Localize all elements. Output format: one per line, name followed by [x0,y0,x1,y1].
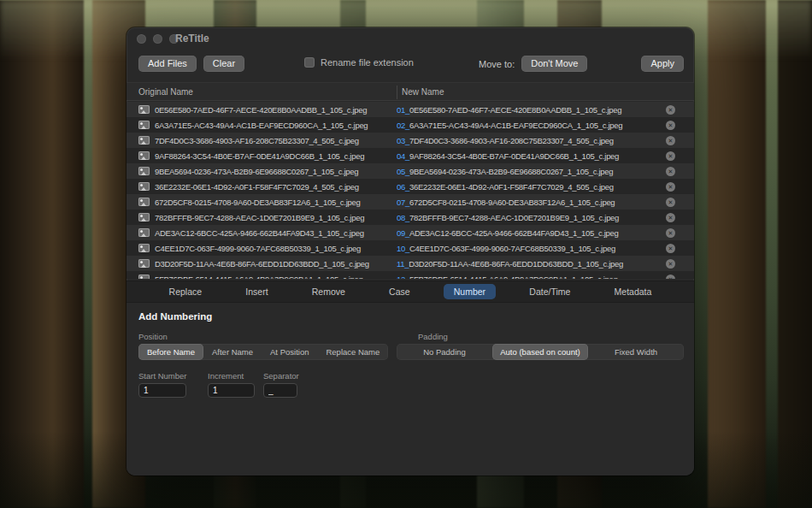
original-name-text: ADE3AC12-6BCC-425A-9466-662B44FA9D43_1_1… [155,228,364,238]
number-prefix: 05_ [397,167,409,176]
tab[interactable]: Number [444,284,496,299]
original-name-text: 0E56E580-7AED-46F7-AECE-420E8B0AADBB_1_1… [155,105,367,115]
separator-label: Separator [263,371,299,381]
original-name-cell: 5FB76DBF-6514-4415-A6A9-4B9A3D9C9BA1_1_1… [138,275,397,280]
remove-file-button[interactable] [666,244,675,253]
new-name-cell: 09_ADE3AC12-6BCC-425A-9466-662B44FA9D43_… [397,228,694,238]
table-row[interactable]: 6A3A71E5-AC43-49A4-AC1B-EAF9ECD960CA_1_1… [127,117,694,133]
table-row[interactable]: 7DF4D0C3-3686-4903-AF16-208C75B23307_4_5… [127,133,694,148]
titlebar[interactable]: ReTitle [127,27,694,50]
number-prefix: 01_ [397,105,409,115]
original-name-text: 9AF88264-3C54-4B0E-B7AF-0DE41A9DC66B_1_1… [155,151,364,161]
padding-segment[interactable]: Fixed Width [588,344,684,360]
image-file-icon [138,228,150,237]
table-row[interactable]: 9BEA5694-0236-473A-B2B9-6E96688C0267_1_1… [127,163,694,179]
table-row[interactable]: 782BFFFB-9EC7-4288-AEAC-1D0E7201B9E9_1_1… [127,210,694,225]
original-name-text: 9BEA5694-0236-473A-B2B9-6E96688C0267_1_1… [155,167,358,176]
remove-file-button[interactable] [666,105,675,115]
table-row[interactable]: 0E56E580-7AED-46F7-AECE-420E8B0AADBB_1_1… [127,102,694,117]
column-header-original-name[interactable]: Original Name [138,87,193,97]
remove-file-button[interactable] [666,151,675,161]
original-name-text: 5FB76DBF-6514-4415-A6A9-4B9A3D9C9BA1_1_1… [155,275,363,280]
number-prefix: 03_ [397,136,409,145]
original-name-text: 36E2232E-06E1-4D92-A0F1-F58F4F7C7029_4_5… [155,182,359,192]
new-name-text: 36E2232E-06E1-4D92-A0F1-F58F4F7C7029_4_5… [409,182,614,192]
table-row[interactable]: 672D5CF8-0215-4708-9A60-DE3AB83F12A6_1_1… [127,194,694,210]
new-name-text: D3D20F5D-11AA-4E6B-86FA-6EDD1DD63BDD_1_1… [409,259,623,269]
new-name-text: C4EE1D7C-063F-4999-9060-7AFC68B50339_1_1… [409,244,615,253]
move-to-label: Move to: [479,59,515,69]
window-title: ReTitle [175,32,209,44]
close-window-button[interactable] [137,34,146,44]
table-header: Original Name New Name [127,82,694,101]
tab[interactable]: Case [379,284,421,299]
rename-extension-checkbox[interactable] [304,57,315,68]
remove-file-button[interactable] [666,259,675,269]
number-prefix: 06_ [397,182,409,192]
traffic-lights [137,34,179,44]
remove-file-button[interactable] [666,198,675,207]
remove-file-button[interactable] [666,182,675,192]
tab[interactable]: Metadata [604,284,662,299]
image-file-icon [138,105,150,114]
add-files-button[interactable]: Add Files [138,56,197,72]
position-segment[interactable]: At Position [262,344,317,360]
tab[interactable]: Remove [302,284,356,299]
new-name-cell: 02_6A3A71E5-AC43-49A4-AC1B-EAF9ECD960CA_… [397,121,694,130]
image-file-icon [138,198,150,206]
original-name-text: 6A3A71E5-AC43-49A4-AC1B-EAF9ECD960CA_1_1… [155,121,368,130]
file-list[interactable]: 0E56E580-7AED-46F7-AECE-420E8B0AADBB_1_1… [127,102,694,279]
column-divider[interactable] [397,86,397,99]
padding-segment[interactable]: Auto (based on count) [492,344,588,360]
image-file-icon [138,213,150,222]
new-name-cell: 07_672D5CF8-0215-4708-9A60-DE3AB83F12A6_… [397,198,694,207]
remove-file-button[interactable] [666,228,675,238]
separator-input[interactable] [263,383,297,398]
image-file-icon [138,182,150,191]
remove-file-button[interactable] [666,121,675,130]
original-name-cell: 36E2232E-06E1-4D92-A0F1-F58F4F7C7029_4_5… [138,182,397,192]
new-name-text: ADE3AC12-6BCC-425A-9466-662B44FA9D43_1_1… [409,228,619,238]
number-prefix: 10_ [397,244,409,253]
apply-button[interactable]: Apply [641,56,684,72]
table-row[interactable]: ADE3AC12-6BCC-425A-9466-662B44FA9D43_1_1… [127,225,694,240]
number-prefix: 02_ [397,121,409,130]
image-file-icon [138,136,150,145]
remove-file-button[interactable] [666,167,675,176]
table-row[interactable]: 36E2232E-06E1-4D92-A0F1-F58F4F7C7029_4_5… [127,179,694,194]
table-row[interactable]: D3D20F5D-11AA-4E6B-86FA-6EDD1DD63BDD_1_1… [127,256,694,271]
original-name-text: D3D20F5D-11AA-4E6B-86FA-6EDD1DD63BDD_1_1… [155,259,369,269]
minimize-window-button[interactable] [153,34,162,44]
original-name-cell: 9AF88264-3C54-4B0E-B7AF-0DE41A9DC66B_1_1… [138,151,397,161]
table-row[interactable]: C4EE1D7C-063F-4999-9060-7AFC68B50339_1_1… [127,240,694,256]
remove-file-button[interactable] [666,136,675,145]
rename-extension-group: Rename file extension [304,57,414,68]
original-name-cell: ADE3AC12-6BCC-425A-9466-662B44FA9D43_1_1… [138,228,397,238]
move-to-popup-button[interactable]: Don't Move [521,56,587,72]
column-header-new-name[interactable]: New Name [402,87,444,97]
position-segment[interactable]: After Name [203,344,262,360]
new-name-text: 9AF88264-3C54-4B0E-B7AF-0DE41A9DC66B_1_1… [409,151,619,161]
position-label: Position [138,332,168,341]
image-file-icon [138,244,150,252]
new-name-text: 672D5CF8-0215-4708-9A60-DE3AB83F12A6_1_1… [409,198,615,207]
tab[interactable]: Date/Time [519,284,580,299]
tab[interactable]: Insert [235,284,278,299]
position-segment[interactable]: Before Name [138,344,203,360]
tab[interactable]: Replace [159,284,213,299]
table-row[interactable]: 9AF88264-3C54-4B0E-B7AF-0DE41A9DC66B_1_1… [127,148,694,163]
position-segment[interactable]: Replace Name [317,344,388,360]
clear-button[interactable]: Clear [203,56,244,72]
start-number-input[interactable] [138,383,186,398]
padding-segment[interactable]: No Padding [397,344,492,360]
original-name-cell: 0E56E580-7AED-46F7-AECE-420E8B0AADBB_1_1… [138,105,397,115]
increment-input[interactable] [208,383,255,398]
toolbar: Add Files Clear Rename file extension Mo… [127,53,694,75]
original-name-text: 7DF4D0C3-3686-4903-AF16-208C75B23307_4_5… [155,136,359,145]
rename-extension-label: Rename file extension [321,57,414,68]
remove-file-button[interactable] [666,213,675,222]
image-file-icon [138,151,150,160]
table-row[interactable]: 5FB76DBF-6514-4415-A6A9-4B9A3D9C9BA1_1_1… [127,271,694,279]
new-name-text: 7DF4D0C3-3686-4903-AF16-208C75B23307_4_5… [409,136,614,145]
original-name-cell: D3D20F5D-11AA-4E6B-86FA-6EDD1DD63BDD_1_1… [138,259,397,269]
